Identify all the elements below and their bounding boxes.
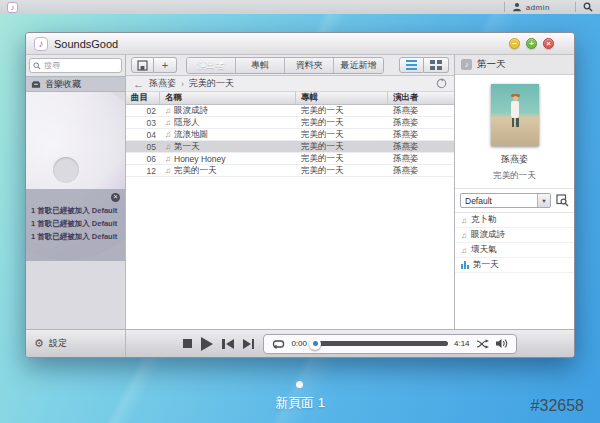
stop-button[interactable] [183,339,192,348]
seek-handle[interactable] [309,338,321,350]
music-note-icon: ♫ [165,154,171,163]
table-row-selected[interactable]: 05 ♫第一天 完美的一天 孫燕姿 [126,141,454,153]
music-note-icon: ♫ [461,246,467,255]
column-header-name[interactable]: 名稱 [160,92,296,104]
track-album: 完美的一天 [296,105,388,117]
breadcrumb-album[interactable]: 完美的一天 [189,77,234,90]
sidebar-item-music-collection[interactable]: 音樂收藏 [26,76,125,92]
track-number: 05 [126,142,160,152]
music-note-icon: ♫ [461,216,467,225]
track-artist: 孫燕姿 [388,117,454,129]
transport-controls: 0:00 4:14 [126,334,574,354]
add-button[interactable]: + [154,57,177,73]
tab-artist[interactable]: 演出者 [187,58,236,73]
view-toggle [399,57,449,73]
track-name: 第一天 [174,141,200,153]
track-artist: 孫燕姿 [388,153,454,165]
gear-icon: ⚙ [34,338,44,349]
seek-bar[interactable] [313,341,448,346]
playlist-select[interactable]: Default ▼ [460,193,551,208]
soundsgood-taskbar-icon[interactable]: ♪ [7,2,18,13]
play-button[interactable] [201,337,213,351]
desktop-page-label[interactable]: 新頁面 1 [230,394,370,412]
music-note-icon: ♫ [165,106,171,115]
divider [575,2,576,12]
track-album: 完美的一天 [296,129,388,141]
previous-button[interactable] [222,339,234,349]
playlist-select-value: Default [461,196,537,206]
table-row[interactable]: 06 ♫Honey Honey 完美的一天 孫燕姿 [126,153,454,165]
settings-button[interactable]: ⚙ 設定 [26,330,126,357]
column-header-album[interactable]: 專輯 [296,92,388,104]
search-icon[interactable] [583,2,593,12]
notification-close-icon[interactable]: × [111,193,120,202]
now-playing-equalizer-icon [461,261,469,269]
search-icon [33,62,41,70]
track-number: 04 [126,130,160,140]
music-collection-label: 音樂收藏 [45,78,81,91]
playlist-item-name: 壞天氣 [471,244,497,256]
list-view-icon [406,60,417,70]
column-header-artist[interactable]: 演出者 [388,92,454,104]
track-artist: 孫燕姿 [388,165,454,177]
system-top-bar: ♪ admin [0,0,600,14]
username-label[interactable]: admin [526,3,550,12]
playlist-item[interactable]: ♫ 克卜勒 [455,213,574,228]
playlist-item[interactable]: ♫ 眼淚成詩 [455,228,574,243]
now-playing-album: 完美的一天 [455,170,574,188]
breadcrumb-artist[interactable]: 孫燕姿 [149,77,176,90]
table-row[interactable]: 02 ♫眼淚成詩 完美的一天 孫燕姿 [126,105,454,117]
refresh-button[interactable] [436,78,447,89]
track-name: 流浪地圖 [174,129,208,141]
track-number: 06 [126,154,160,164]
maximize-button[interactable]: + [526,38,537,49]
minimize-button[interactable]: − [509,38,520,49]
soundsgood-window: ♪ SoundsGood − + × [25,32,575,358]
volume-icon[interactable] [495,338,508,349]
page-indicator-dot[interactable] [296,381,303,388]
elapsed-time: 0:00 [291,339,307,348]
breadcrumb-separator: › [181,79,184,89]
watermark-id: #32658 [531,397,584,415]
playlist-item-name: 克卜勒 [471,214,497,226]
music-note-icon: ♫ [165,166,171,175]
now-playing-panel: ♪ 第一天 孫燕姿 完美的一天 Default ▼ [454,55,574,329]
repeat-icon[interactable] [272,339,285,349]
user-icon[interactable] [512,2,522,12]
shuffle-icon[interactable] [476,339,489,349]
playlist-item[interactable]: ♫ 壞天氣 [455,243,574,258]
column-header-track[interactable]: 曲目 [126,92,160,104]
save-playlist-button[interactable] [131,57,154,73]
notification-message: 1 首歌已經被加入 Default [31,217,120,230]
search-input[interactable] [44,61,114,70]
notification-panel: × 1 首歌已經被加入 Default 1 首歌已經被加入 Default 1 … [26,189,125,261]
album-cover [491,84,539,146]
now-playing-title: 第一天 [477,58,506,71]
search-box[interactable] [29,58,122,73]
table-row[interactable]: 04 ♫流浪地圖 完美的一天 孫燕姿 [126,129,454,141]
grid-view-icon [430,60,442,70]
track-artist: 孫燕姿 [388,105,454,117]
now-playing-artist: 孫燕姿 [455,153,574,166]
table-header: 曲目 名稱 專輯 演出者 [126,92,454,105]
table-row[interactable]: 03 ♫隱形人 完美的一天 孫燕姿 [126,117,454,129]
track-album: 完美的一天 [296,153,388,165]
tab-album[interactable]: 專輯 [236,58,285,73]
grid-view-button[interactable] [424,57,449,73]
seek-volume-group: 0:00 4:14 [263,334,516,354]
playlist-view-button[interactable] [556,194,569,207]
table-row[interactable]: 12 ♫完美的一天 完美的一天 孫燕姿 [126,165,454,177]
back-arrow-icon[interactable]: ← [133,79,144,89]
playlist-item-playing[interactable]: 第一天 [455,258,574,273]
window-titlebar[interactable]: ♪ SoundsGood − + × [26,33,574,55]
close-button[interactable]: × [543,38,554,49]
track-number: 03 [126,118,160,128]
playlist-magnifier-icon [556,194,569,207]
list-view-button[interactable] [399,57,424,73]
tab-recently-added[interactable]: 最近新增 [334,58,383,73]
collection-icon [31,80,41,89]
music-note-icon: ♫ [165,118,171,127]
tab-folder[interactable]: 資料夾 [285,58,334,73]
next-button[interactable] [243,339,255,349]
sidebar: 音樂收藏 × 1 首歌已經被加入 Default 1 首歌已經被加入 Defau… [26,55,126,329]
